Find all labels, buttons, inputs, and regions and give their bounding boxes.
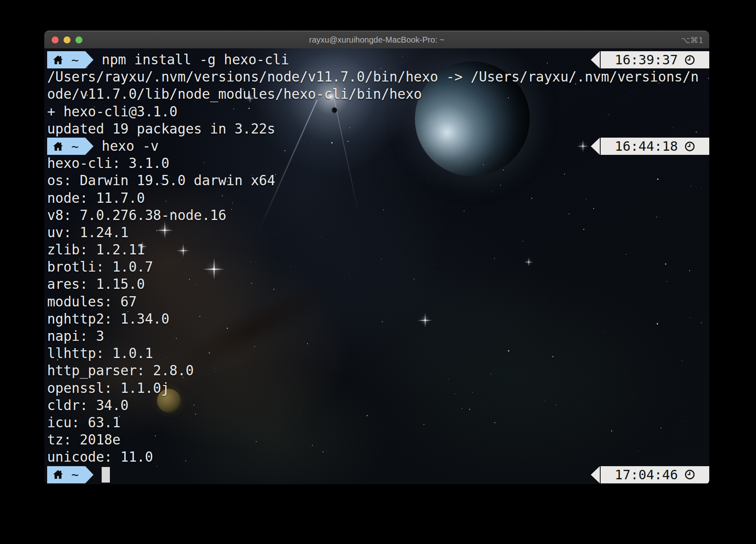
terminal-row: zlib: 1.2.11 — [44, 241, 709, 258]
prompt-path: ~ — [71, 467, 79, 482]
prompt-path: ~ — [71, 139, 79, 154]
window-title: rayxu@xuruihongde-MacBook-Pro: ~ — [309, 35, 444, 45]
terminal-row: llhttp: 1.0.1 — [44, 345, 709, 362]
minimize-button[interactable] — [64, 36, 71, 43]
prompt-segment: ~ — [47, 51, 85, 68]
output-text: http_parser: 2.8.0 — [44, 362, 194, 379]
timestamp-badge: 17:04:46 — [591, 466, 709, 483]
output-text: /Users/rayxu/.nvm/versions/node/v11.7.0/… — [44, 68, 699, 86]
terminal-row: modules: 67 — [44, 293, 709, 311]
output-text: brotli: 1.0.7 — [44, 258, 153, 276]
timestamp-arrow-icon — [591, 466, 600, 483]
terminal-row: nghttp2: 1.34.0 — [44, 311, 709, 328]
output-text: updated 19 packages in 3.22s — [44, 120, 275, 138]
terminal-row: ~ 17:04:46 — [44, 466, 709, 483]
home-icon — [52, 469, 64, 480]
terminal-row: ode/v11.7.0/lib/node_modules/hexo-cli/bi… — [44, 86, 709, 103]
timestamp-arrow-icon — [591, 51, 600, 68]
timestamp-text: 17:04:46 — [615, 467, 678, 483]
clock-icon — [684, 141, 695, 152]
terminal-rows: ~ npm install -g hexo-cli 16:39:37 /User… — [44, 51, 709, 483]
output-text: cldr: 34.0 — [44, 397, 129, 414]
terminal-row: icu: 63.1 — [44, 414, 709, 431]
terminal-row: cldr: 34.0 — [44, 397, 709, 414]
terminal-window: rayxu@xuruihongde-MacBook-Pro: ~ ⌥⌘1 ~ n… — [44, 31, 709, 484]
output-text: + hexo-cli@3.1.0 — [44, 103, 178, 120]
output-text: v8: 7.0.276.38-node.16 — [44, 207, 226, 224]
terminal-row: + hexo-cli@3.1.0 — [44, 103, 709, 120]
tab-shortcut-badge: ⌥⌘1 — [681, 31, 704, 49]
prompt-arrow-icon — [85, 466, 93, 483]
terminal-row: uv: 1.24.1 — [44, 224, 709, 241]
close-button[interactable] — [52, 36, 59, 43]
output-text: openssl: 1.1.0j — [44, 380, 169, 397]
output-text: hexo-cli: 3.1.0 — [44, 155, 169, 172]
terminal-row: os: Darwin 19.5.0 darwin x64 — [44, 172, 709, 189]
terminal-row: node: 11.7.0 — [44, 190, 709, 207]
terminal-row: ares: 1.15.0 — [44, 276, 709, 293]
traffic-lights — [52, 36, 82, 43]
home-icon — [52, 141, 64, 152]
terminal-screen[interactable]: ~ npm install -g hexo-cli 16:39:37 /User… — [44, 48, 709, 484]
output-text: node: 11.7.0 — [44, 190, 145, 207]
terminal-row: unicode: 11.0 — [44, 449, 709, 466]
timestamp-arrow-icon — [591, 138, 600, 155]
prompt-segment: ~ — [47, 138, 85, 155]
output-text: zlib: 1.2.11 — [44, 241, 145, 258]
terminal-row: napi: 3 — [44, 328, 709, 345]
output-text: uv: 1.24.1 — [44, 224, 129, 241]
timestamp-badge: 16:44:18 — [591, 138, 709, 155]
command-text: hexo -v — [93, 138, 159, 155]
output-text: napi: 3 — [44, 328, 104, 345]
prompt-arrow-icon — [85, 51, 93, 68]
terminal-row: v8: 7.0.276.38-node.16 — [44, 207, 709, 224]
terminal-row: tz: 2018e — [44, 431, 709, 449]
prompt-segment: ~ — [47, 466, 85, 483]
output-text: llhttp: 1.0.1 — [44, 345, 153, 362]
terminal-row: /Users/rayxu/.nvm/versions/node/v11.7.0/… — [44, 68, 709, 86]
timestamp-badge: 16:39:37 — [591, 51, 709, 68]
output-text: ode/v11.7.0/lib/node_modules/hexo-cli/bi… — [44, 86, 422, 103]
home-icon — [52, 54, 64, 66]
command-text: npm install -g hexo-cli — [93, 51, 289, 68]
terminal-cursor — [102, 467, 110, 483]
timestamp-text: 16:44:18 — [615, 138, 678, 154]
output-text: modules: 67 — [44, 293, 137, 311]
clock-icon — [684, 469, 695, 480]
terminal-row: hexo-cli: 3.1.0 — [44, 155, 709, 172]
terminal-row: brotli: 1.0.7 — [44, 258, 709, 276]
output-text: tz: 2018e — [44, 431, 121, 449]
terminal-row: openssl: 1.1.0j — [44, 380, 709, 397]
zoom-button[interactable] — [75, 36, 82, 43]
terminal-row: ~ npm install -g hexo-cli 16:39:37 — [44, 51, 709, 68]
output-text: ares: 1.15.0 — [44, 276, 145, 293]
prompt-arrow-icon — [85, 138, 93, 155]
clock-icon — [684, 54, 695, 66]
output-text: nghttp2: 1.34.0 — [44, 311, 169, 328]
output-text: os: Darwin 19.5.0 darwin x64 — [44, 172, 275, 189]
window-titlebar[interactable]: rayxu@xuruihongde-MacBook-Pro: ~ ⌥⌘1 — [44, 31, 709, 48]
timestamp-text: 16:39:37 — [615, 52, 678, 68]
output-text: unicode: 11.0 — [44, 449, 153, 466]
terminal-row: ~ hexo -v 16:44:18 — [44, 138, 709, 155]
terminal-row: http_parser: 2.8.0 — [44, 362, 709, 379]
terminal-row: updated 19 packages in 3.22s — [44, 120, 709, 138]
prompt-path: ~ — [71, 53, 79, 67]
output-text: icu: 63.1 — [44, 414, 121, 431]
